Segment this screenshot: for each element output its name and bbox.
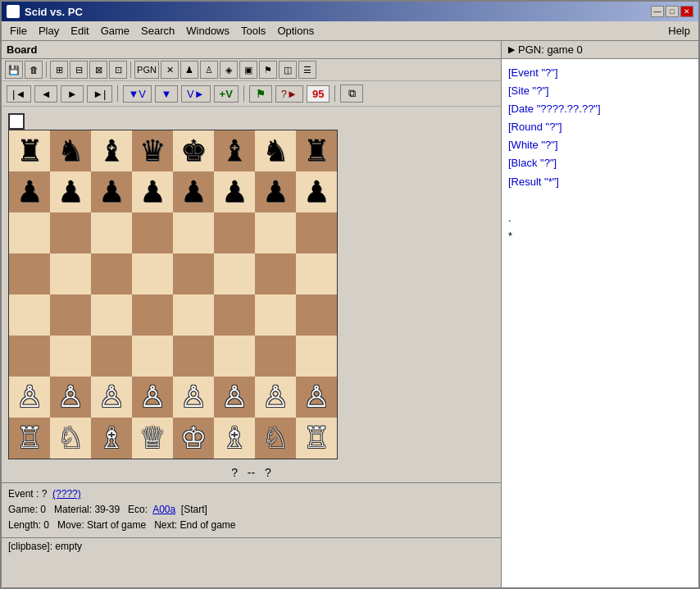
cell-5-6[interactable] bbox=[255, 336, 296, 377]
cell-2-2[interactable] bbox=[91, 212, 132, 253]
cell-1-4[interactable]: ♟ bbox=[173, 171, 214, 212]
cell-6-0[interactable]: ♙ bbox=[9, 377, 50, 418]
cell-3-0[interactable] bbox=[9, 253, 50, 294]
cell-0-3[interactable]: ♛ bbox=[132, 130, 173, 171]
cell-3-5[interactable] bbox=[214, 253, 255, 294]
cell-7-7[interactable]: ♖ bbox=[296, 418, 337, 459]
go-prev-btn[interactable]: ◄ bbox=[34, 85, 57, 103]
event-date-link[interactable]: (????) bbox=[52, 488, 81, 500]
go-end-btn[interactable]: ►| bbox=[87, 85, 111, 103]
cell-6-5[interactable]: ♙ bbox=[214, 377, 255, 418]
cell-2-5[interactable] bbox=[214, 212, 255, 253]
comment-btn[interactable]: ?► bbox=[275, 85, 303, 103]
cell-4-2[interactable] bbox=[91, 294, 132, 336]
menu-edit[interactable]: Edit bbox=[66, 23, 93, 39]
cell-0-0[interactable]: ♜ bbox=[9, 130, 50, 171]
cell-1-2[interactable]: ♟ bbox=[91, 171, 132, 212]
start-game-btn[interactable]: ⊞ bbox=[50, 61, 68, 79]
flag-btn[interactable]: ⚑ bbox=[259, 61, 277, 79]
cell-4-4[interactable] bbox=[173, 294, 214, 336]
cell-6-6[interactable]: ♙ bbox=[255, 377, 296, 418]
cell-0-2[interactable]: ♝ bbox=[91, 130, 132, 171]
cell-4-5[interactable] bbox=[214, 294, 255, 336]
cell-2-6[interactable] bbox=[255, 212, 296, 253]
cell-1-7[interactable]: ♟ bbox=[296, 171, 337, 212]
cell-1-0[interactable]: ♟ bbox=[9, 171, 50, 212]
cell-3-2[interactable] bbox=[91, 253, 132, 294]
minimize-button[interactable]: — bbox=[651, 6, 664, 17]
cell-1-3[interactable]: ♟ bbox=[132, 171, 173, 212]
cell-2-7[interactable] bbox=[296, 212, 337, 253]
cell-0-6[interactable]: ♞ bbox=[255, 130, 296, 171]
copy-btn[interactable]: ⧉ bbox=[340, 84, 363, 103]
chessboard[interactable]: ♜♞♝♛♚♝♞♜♟♟♟♟♟♟♟♟♙♙♙♙♙♙♙♙♖♘♗♕♔♗♘♖ bbox=[8, 130, 338, 459]
delete-button[interactable]: 🗑 bbox=[25, 61, 43, 79]
flag-move-btn[interactable]: ⚑ bbox=[249, 85, 272, 103]
menu-search[interactable]: Search bbox=[136, 23, 180, 39]
menu-btn[interactable]: ☰ bbox=[298, 61, 316, 79]
cell-0-7[interactable]: ♜ bbox=[296, 130, 337, 171]
cell-7-5[interactable]: ♗ bbox=[214, 418, 255, 459]
go-start-btn[interactable]: |◄ bbox=[7, 85, 31, 103]
cell-7-4[interactable]: ♔ bbox=[173, 418, 214, 459]
save-button[interactable]: 💾 bbox=[5, 61, 23, 79]
add-var-btn[interactable]: +V bbox=[214, 85, 239, 103]
pieces95-btn[interactable]: 95 bbox=[307, 85, 330, 103]
eco-link[interactable]: A00a bbox=[152, 504, 175, 515]
cell-7-6[interactable]: ♘ bbox=[255, 418, 296, 459]
strip-btn[interactable]: ⊡ bbox=[109, 61, 127, 79]
menu-file[interactable]: File bbox=[5, 23, 32, 39]
cell-3-7[interactable] bbox=[296, 253, 337, 294]
menu-play[interactable]: Play bbox=[34, 23, 64, 39]
menu-windows[interactable]: Windows bbox=[181, 23, 234, 39]
cell-7-1[interactable]: ♘ bbox=[50, 418, 91, 459]
close-button[interactable]: ✕ bbox=[680, 6, 693, 17]
cell-5-4[interactable] bbox=[173, 336, 214, 377]
merge-btn[interactable]: ⊠ bbox=[89, 61, 107, 79]
white-piece-btn[interactable]: ♙ bbox=[200, 61, 218, 79]
cell-5-2[interactable] bbox=[91, 336, 132, 377]
cell-2-3[interactable] bbox=[132, 212, 173, 253]
cell-2-0[interactable] bbox=[9, 212, 50, 253]
cell-4-7[interactable] bbox=[296, 294, 337, 336]
pgn-btn[interactable]: PGN bbox=[134, 61, 159, 79]
board-tab[interactable]: Board bbox=[2, 41, 501, 59]
cell-3-4[interactable] bbox=[173, 253, 214, 294]
layout-btn[interactable]: ◫ bbox=[279, 61, 297, 79]
cell-6-7[interactable]: ♙ bbox=[296, 377, 337, 418]
cell-6-2[interactable]: ♙ bbox=[91, 377, 132, 418]
cell-4-3[interactable] bbox=[132, 294, 173, 336]
var-next-btn[interactable]: V► bbox=[181, 85, 211, 103]
cell-1-1[interactable]: ♟ bbox=[50, 171, 91, 212]
grid-btn[interactable]: ▣ bbox=[239, 61, 257, 79]
cell-7-2[interactable]: ♗ bbox=[91, 418, 132, 459]
cell-1-6[interactable]: ♟ bbox=[255, 171, 296, 212]
cell-6-4[interactable]: ♙ bbox=[173, 377, 214, 418]
cell-6-3[interactable]: ♙ bbox=[132, 377, 173, 418]
black-piece-btn[interactable]: ♟ bbox=[180, 61, 198, 79]
cell-5-5[interactable] bbox=[214, 336, 255, 377]
cell-3-3[interactable] bbox=[132, 253, 173, 294]
cell-0-5[interactable]: ♝ bbox=[214, 130, 255, 171]
cell-5-1[interactable] bbox=[50, 336, 91, 377]
maximize-button[interactable]: □ bbox=[666, 6, 679, 17]
cell-3-6[interactable] bbox=[255, 253, 296, 294]
cell-4-0[interactable] bbox=[9, 294, 50, 336]
menu-help[interactable]: Help bbox=[663, 23, 695, 39]
var-prev-btn[interactable]: ▼V bbox=[123, 85, 152, 103]
cell-7-0[interactable]: ♖ bbox=[9, 418, 50, 459]
cell-1-5[interactable]: ♟ bbox=[214, 171, 255, 212]
end-game-btn[interactable]: ⊟ bbox=[70, 61, 88, 79]
menu-game[interactable]: Game bbox=[96, 23, 134, 39]
board-setup-btn[interactable]: ◈ bbox=[220, 61, 238, 79]
cell-5-0[interactable] bbox=[9, 336, 50, 377]
cell-0-4[interactable]: ♚ bbox=[173, 130, 214, 171]
cell-2-1[interactable] bbox=[50, 212, 91, 253]
var-prev2-btn[interactable]: ▼ bbox=[155, 85, 178, 103]
go-next-btn[interactable]: ► bbox=[61, 85, 84, 103]
cell-4-1[interactable] bbox=[50, 294, 91, 336]
cell-3-1[interactable] bbox=[50, 253, 91, 294]
menu-tools[interactable]: Tools bbox=[236, 23, 270, 39]
cell-7-3[interactable]: ♕ bbox=[132, 418, 173, 459]
cell-2-4[interactable] bbox=[173, 212, 214, 253]
